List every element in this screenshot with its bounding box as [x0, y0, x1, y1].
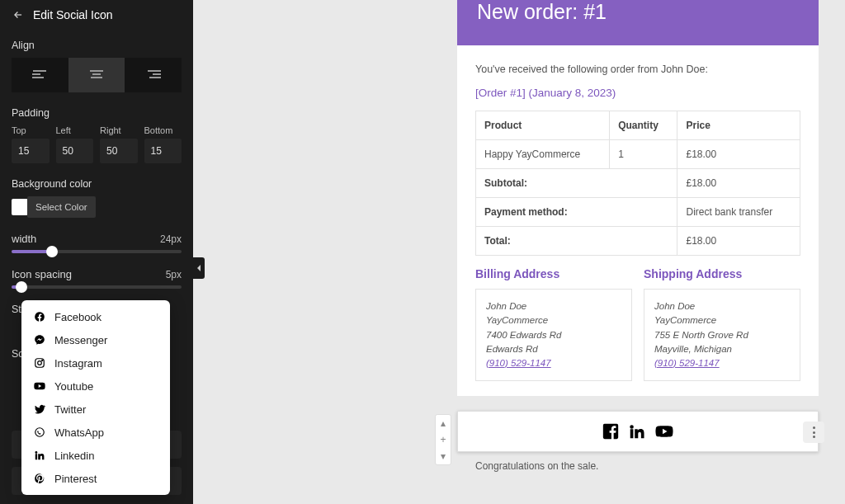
- summary-label: Subtotal:: [476, 169, 677, 198]
- billing-phone-link[interactable]: (910) 529-1147: [486, 358, 551, 368]
- sidebar: Edit Social Icon Align Padding Top Left …: [0, 0, 193, 504]
- summary-value: £18.00: [677, 227, 800, 256]
- dropdown-item-label: Facebook: [54, 311, 101, 323]
- padding-right-input[interactable]: [100, 139, 138, 163]
- padding-left-label: Left: [56, 125, 94, 135]
- billing-address: John Doe YayCommerce 7400 Edwards Rd Edw…: [475, 289, 632, 381]
- align-right-button[interactable]: [125, 58, 182, 92]
- align-center-icon: [89, 70, 104, 80]
- youtube-icon: [654, 422, 674, 440]
- dropdown-item-label: Instagram: [54, 357, 102, 370]
- panel-title: Edit Social Icon: [33, 8, 113, 21]
- order-table: Product Quantity Price Happy YayCommerce…: [475, 111, 800, 256]
- cell-product: Happy YayCommerce: [476, 140, 610, 169]
- table-row: Total: £18.00: [476, 227, 800, 256]
- dropdown-item-pinterest[interactable]: Pinterest: [21, 467, 170, 490]
- instagram-icon: [33, 356, 46, 370]
- email-header: New order: #1: [457, 0, 819, 45]
- dropdown-item-label: Linkedin: [54, 450, 94, 462]
- summary-value: Direct bank transfer: [677, 198, 800, 227]
- padding-top-label: Top: [12, 125, 50, 135]
- youtube-icon: [33, 379, 46, 393]
- canvas: New order: #1 You've received the follow…: [193, 0, 845, 504]
- align-center-button[interactable]: [68, 58, 125, 92]
- dropdown-item-label: Messenger: [54, 334, 107, 346]
- th-quantity: Quantity: [610, 111, 677, 140]
- svg-point-1: [38, 361, 42, 365]
- sidebar-collapse-toggle[interactable]: [193, 257, 205, 279]
- spacing-value: 5px: [166, 269, 182, 280]
- dropdown-item-youtube[interactable]: Youtube: [21, 374, 170, 398]
- dropdown-item-whatsapp[interactable]: WhatsApp: [21, 421, 170, 444]
- svg-point-3: [35, 428, 45, 437]
- facebook-icon: [602, 422, 620, 440]
- cell-price: £18.00: [677, 140, 800, 169]
- svg-point-2: [42, 360, 43, 360]
- padding-bottom-input[interactable]: [144, 139, 182, 163]
- back-button[interactable]: [12, 8, 25, 21]
- spacing-slider[interactable]: [12, 285, 182, 289]
- width-value: 24px: [160, 233, 182, 245]
- spacing-label: Icon spacing: [12, 268, 72, 280]
- facebook-icon: [33, 310, 46, 323]
- padding-bottom-label: Bottom: [144, 125, 182, 135]
- move-down-button[interactable]: ▾: [435, 448, 451, 464]
- table-row: Payment method: Direct bank transfer: [476, 198, 800, 227]
- dropdown-item-linkedin[interactable]: Linkedin: [21, 444, 170, 467]
- dropdown-item-label: Twitter: [54, 403, 86, 416]
- table-row: Happy YayCommerce 1 £18.00: [476, 140, 800, 169]
- linkedin-icon: [628, 422, 646, 440]
- messenger-icon: [33, 333, 46, 346]
- padding-label: Padding: [12, 107, 182, 119]
- order-link[interactable]: [Order #1] (January 8, 2023): [475, 87, 800, 99]
- billing-title: Billing Address: [475, 267, 632, 280]
- shipping-phone-link[interactable]: (910) 529-1147: [654, 358, 720, 368]
- dropdown-item-label: Youtube: [54, 380, 93, 393]
- email-intro: You've received the following order from…: [475, 64, 800, 75]
- add-block-button[interactable]: +: [435, 431, 451, 448]
- padding-top-input[interactable]: [12, 139, 50, 163]
- email-title: New order: #1: [477, 0, 799, 24]
- dropdown-item-instagram[interactable]: Instagram: [21, 351, 170, 374]
- align-left-icon: [32, 70, 47, 80]
- pinterest-icon: [33, 472, 46, 485]
- width-slider[interactable]: [12, 250, 182, 253]
- email-preview: New order: #1 You've received the follow…: [457, 0, 819, 396]
- padding-right-label: Right: [100, 125, 138, 135]
- shipping-title: Shipping Address: [644, 267, 800, 280]
- summary-value: £18.00: [677, 169, 800, 198]
- align-label: Align: [12, 40, 182, 51]
- social-icons-block[interactable]: [457, 411, 819, 452]
- th-price: Price: [677, 111, 800, 140]
- block-reorder-tools: ▴ + ▾: [435, 414, 451, 465]
- align-left-button[interactable]: [12, 58, 68, 92]
- th-product: Product: [476, 111, 610, 140]
- move-up-button[interactable]: ▴: [435, 415, 451, 431]
- dropdown-item-messenger[interactable]: Messenger: [21, 328, 170, 351]
- bgcolor-label: Background color: [12, 178, 182, 190]
- more-vertical-icon: [813, 426, 815, 439]
- width-label: width: [12, 233, 36, 245]
- align-right-icon: [146, 70, 161, 80]
- dropdown-item-twitter[interactable]: Twitter: [21, 398, 170, 421]
- dropdown-item-label: WhatsApp: [54, 426, 104, 439]
- whatsapp-icon: [33, 426, 46, 439]
- social-dropdown-menu: Facebook Messenger Instagram Youtube Twi…: [21, 300, 170, 495]
- cell-qty: 1: [610, 140, 677, 169]
- summary-label: Payment method:: [476, 198, 677, 227]
- dropdown-item-label: Pinterest: [54, 473, 97, 485]
- width-slider-thumb[interactable]: [46, 246, 58, 257]
- dropdown-item-facebook[interactable]: Facebook: [21, 305, 170, 328]
- linkedin-icon: [33, 449, 46, 462]
- table-row: Subtotal: £18.00: [476, 169, 800, 198]
- select-color-button[interactable]: Select Color: [27, 196, 96, 218]
- email-congrats: Congratulations on the sale.: [475, 460, 598, 472]
- spacing-slider-thumb[interactable]: [16, 281, 27, 293]
- block-more-button[interactable]: [803, 422, 824, 443]
- padding-left-input[interactable]: [56, 139, 94, 163]
- shipping-address: John Doe YayCommerce 755 E North Grove R…: [644, 289, 800, 381]
- twitter-icon: [33, 403, 46, 416]
- summary-label: Total:: [476, 227, 677, 256]
- bgcolor-swatch[interactable]: [12, 199, 28, 215]
